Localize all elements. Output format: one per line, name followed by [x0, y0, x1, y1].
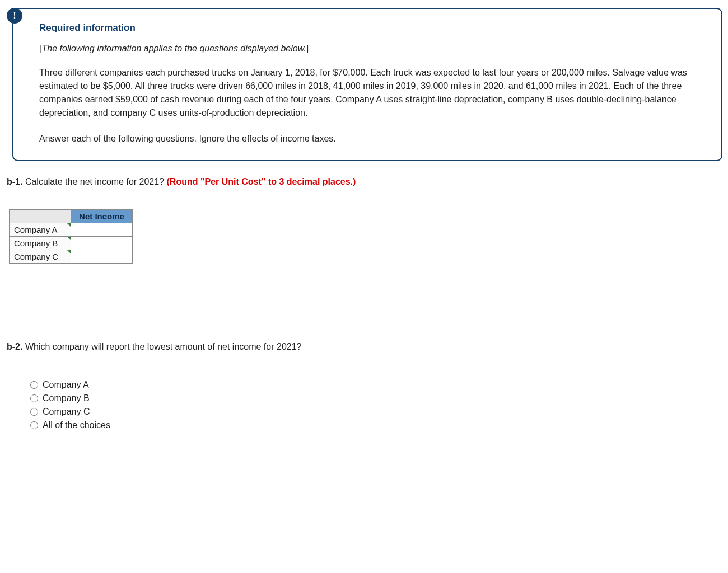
row-label-company-b: Company B	[10, 237, 71, 250]
radio-all[interactable]	[30, 421, 38, 429]
row-label-company-c: Company C	[10, 250, 71, 264]
question-b1-number: b-1.	[7, 177, 22, 186]
choice-label: All of the choices	[43, 420, 110, 430]
choice-company-a[interactable]: Company A	[30, 380, 722, 390]
choice-all[interactable]: All of the choices	[30, 420, 722, 430]
table-header-net-income: Net Income	[71, 210, 133, 223]
net-income-input-company-c[interactable]	[71, 250, 132, 263]
required-heading: Required information	[39, 22, 696, 34]
scenario-paragraph-1: Three different companies each purchased…	[39, 66, 696, 120]
question-b1-text: Calculate the net income for 2021?	[22, 177, 166, 186]
table-corner-blank	[10, 210, 71, 223]
applies-line: [The following information applies to th…	[39, 44, 696, 54]
question-b2-number: b-2.	[7, 342, 22, 351]
radio-company-b[interactable]	[30, 394, 38, 402]
scenario-paragraph-2: Answer each of the following questions. …	[39, 132, 696, 145]
table-row: Company B	[10, 237, 133, 250]
table-row: Company A	[10, 223, 133, 237]
question-b2-text: Which company will report the lowest amo…	[22, 342, 301, 351]
choice-company-c[interactable]: Company C	[30, 407, 722, 417]
exclamation-icon: !	[7, 8, 22, 24]
question-b1-instruction: (Round "Per Unit Cost" to 3 decimal plac…	[167, 177, 356, 186]
net-income-cell-company-b[interactable]	[71, 237, 133, 250]
net-income-table: Net Income Company A Company B Company C	[9, 209, 133, 264]
net-income-input-company-a[interactable]	[71, 223, 132, 236]
net-income-input-company-b[interactable]	[71, 237, 132, 250]
radio-company-a[interactable]	[30, 381, 38, 389]
choice-label: Company B	[43, 393, 90, 403]
radio-company-c[interactable]	[30, 408, 38, 416]
question-b2: b-2. Which company will report the lowes…	[7, 342, 722, 352]
net-income-cell-company-c[interactable]	[71, 250, 133, 264]
choice-label: Company A	[43, 380, 89, 390]
b2-choices: Company A Company B Company C All of the…	[30, 380, 722, 430]
choice-company-b[interactable]: Company B	[30, 393, 722, 403]
row-label-company-a: Company A	[10, 223, 71, 237]
table-row: Company C	[10, 250, 133, 264]
required-info-box: ! Required information [The following in…	[12, 8, 722, 161]
net-income-cell-company-a[interactable]	[71, 223, 133, 237]
choice-label: Company C	[43, 407, 90, 417]
question-b1: b-1. Calculate the net income for 2021? …	[7, 177, 722, 187]
